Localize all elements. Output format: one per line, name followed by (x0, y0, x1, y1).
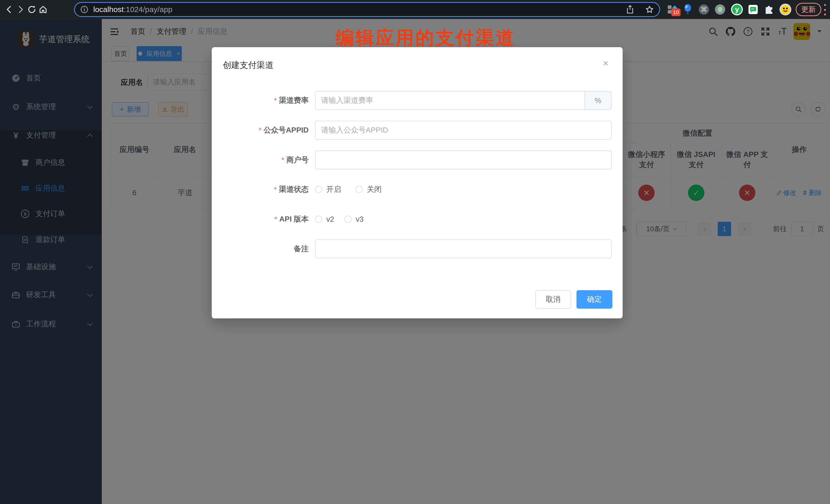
field-rate: *渠道费率 请输入渠道费率 % (212, 91, 622, 110)
extension-y-icon[interactable]: y (731, 3, 743, 15)
rate-input[interactable]: 请输入渠道费率 (315, 91, 585, 110)
field-remark: 备注 (212, 240, 622, 258)
mch-input[interactable] (315, 151, 612, 169)
browser-forward-button[interactable] (15, 4, 26, 15)
required-mark: * (274, 96, 277, 105)
extension-record-icon[interactable] (714, 4, 726, 15)
extensions-puzzle-icon[interactable] (764, 4, 774, 15)
radio-circle-icon (315, 216, 322, 223)
radio-circle-icon (355, 186, 363, 193)
radio-label: 关闭 (367, 184, 382, 195)
url-host: localhost (93, 5, 124, 14)
browser-toolbar: localhost:1024/pay/app 10 ⌘ y (0, 0, 830, 19)
radio-status-open[interactable]: 开启 (315, 184, 341, 195)
radio-api-v3[interactable]: v3 (345, 215, 364, 224)
extension-balloon-icon[interactable] (682, 4, 693, 15)
bookmark-star-icon[interactable] (645, 5, 654, 14)
radio-circle-icon (315, 186, 322, 193)
browser-update-button[interactable]: 更新 (796, 3, 821, 16)
browser-back-button[interactable] (4, 4, 15, 15)
required-mark: * (259, 126, 261, 134)
required-mark: * (282, 156, 284, 164)
radio-label: 开启 (326, 184, 341, 195)
browser-reload-button[interactable] (26, 4, 37, 15)
update-label: 更新 (801, 5, 816, 14)
address-bar[interactable]: localhost:1024/pay/app (74, 2, 660, 17)
dialog-close-icon[interactable]: × (603, 58, 609, 68)
extension-emoji-avatar[interactable] (779, 3, 792, 15)
svg-text:y: y (735, 6, 739, 13)
extension-command-icon[interactable]: ⌘ (698, 4, 709, 15)
input-placeholder: 请输入公众号APPID (321, 125, 388, 135)
field-label: 公众号APPID (263, 125, 309, 135)
radio-label: v3 (356, 215, 364, 224)
cancel-button[interactable]: 取消 (535, 290, 571, 309)
radio-circle-icon (345, 216, 352, 223)
confirm-button[interactable]: 确定 (576, 290, 612, 309)
site-info-icon[interactable] (80, 5, 89, 14)
extension-chat-icon[interactable] (747, 4, 759, 15)
screen: localhost:1024/pay/app 10 ⌘ y (0, 0, 830, 504)
field-label: 商户号 (286, 155, 309, 165)
field-label: 渠道状态 (279, 184, 309, 195)
screenshot-annotation: 编辑应用的支付渠道 (331, 26, 520, 50)
cancel-label: 取消 (546, 294, 561, 305)
confirm-label: 确定 (587, 294, 602, 305)
field-api-version: *API 版本 v2 v3 (212, 210, 622, 229)
browser-home-button[interactable] (37, 4, 49, 15)
radio-api-v2[interactable]: v2 (315, 215, 334, 224)
url-path: :1024/pay/app (124, 5, 172, 14)
create-channel-dialog: 创建支付渠道 × *渠道费率 请输入渠道费率 % *公众号APPID 请输入公众… (212, 47, 622, 318)
field-mch: *商户号 (212, 151, 622, 169)
required-mark: * (274, 185, 277, 194)
appid-input[interactable]: 请输入公众号APPID (315, 121, 612, 140)
dialog-title: 创建支付渠道 (223, 60, 274, 71)
required-mark: * (274, 215, 277, 224)
field-appid: *公众号APPID 请输入公众号APPID (212, 121, 622, 140)
extension-badge: 10 (671, 8, 680, 16)
input-placeholder: 请输入渠道费率 (321, 95, 373, 106)
field-label: API 版本 (279, 214, 309, 224)
field-label: 渠道费率 (279, 95, 309, 106)
field-status: *渠道状态 开启 关闭 (212, 180, 622, 199)
browser-menu-icon[interactable] (824, 4, 826, 15)
field-label: 备注 (294, 244, 309, 254)
rate-suffix: % (585, 91, 612, 110)
radio-label: v2 (326, 215, 334, 224)
remark-input[interactable] (315, 240, 612, 258)
radio-status-closed[interactable]: 关闭 (355, 184, 382, 195)
svg-text:⌘: ⌘ (701, 6, 707, 13)
extension-tabs-icon[interactable]: 10 (667, 4, 678, 15)
share-icon[interactable] (626, 5, 634, 14)
